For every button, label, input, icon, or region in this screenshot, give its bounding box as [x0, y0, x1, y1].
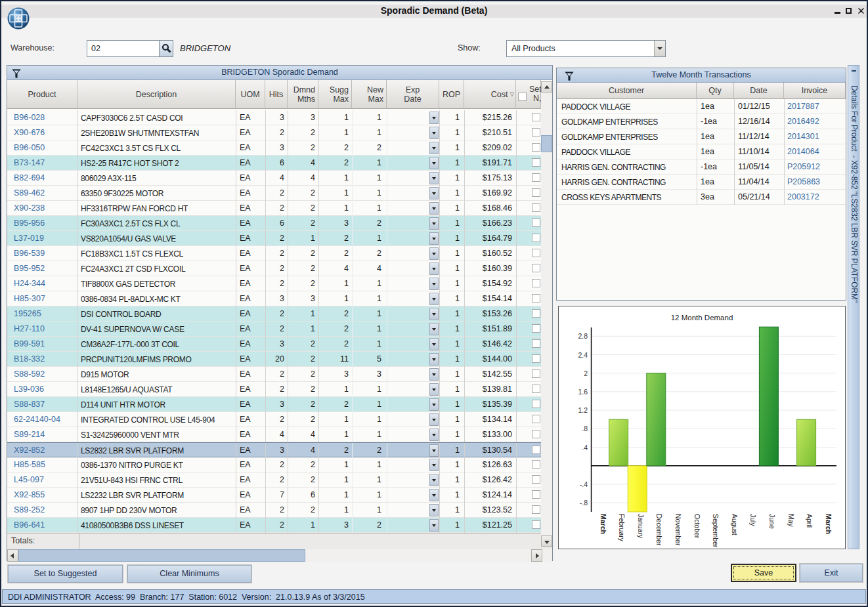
svg-text:March: March: [599, 514, 607, 534]
svg-text:April: April: [806, 514, 814, 528]
svg-text:.8: .8: [582, 425, 588, 432]
svg-text:-.8: -.8: [580, 499, 588, 507]
svg-text:December: December: [655, 514, 663, 546]
svg-text:November: November: [674, 514, 682, 546]
svg-text:September: September: [712, 514, 720, 548]
svg-text:March: March: [825, 514, 833, 534]
svg-text:.4: .4: [582, 444, 588, 451]
svg-text:October: October: [693, 514, 701, 539]
svg-text:1.2: 1.2: [578, 406, 588, 414]
svg-text:12 Month Demand: 12 Month Demand: [671, 314, 733, 322]
svg-text:June: June: [768, 514, 776, 529]
svg-text:2.4: 2.4: [578, 351, 588, 359]
svg-text:January: January: [637, 514, 645, 539]
svg-text:February: February: [618, 514, 626, 542]
svg-text:August: August: [731, 514, 739, 535]
svg-text:May: May: [787, 514, 795, 528]
svg-text:2: 2: [584, 369, 588, 377]
svg-text:-.4: -.4: [580, 480, 588, 488]
svg-text:1.6: 1.6: [578, 388, 588, 396]
svg-text:July: July: [749, 514, 757, 526]
svg-text:2.8: 2.8: [578, 332, 588, 340]
